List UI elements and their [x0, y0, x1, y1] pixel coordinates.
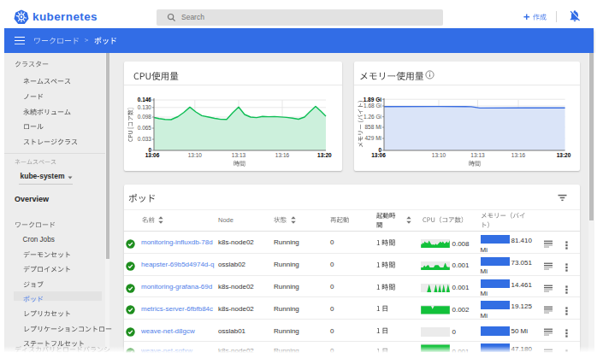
svg-text:0.098: 0.098: [138, 114, 152, 120]
svg-text:13:06: 13:06: [145, 152, 160, 158]
svg-text:1.68 Gi: 1.68 Gi: [364, 103, 381, 109]
svg-text:13:20: 13:20: [557, 152, 571, 158]
svg-text:0.065: 0.065: [138, 125, 152, 131]
svg-text:13:06: 13:06: [371, 152, 386, 158]
svg-text:13:16: 13:16: [275, 152, 290, 158]
svg-text:0.146: 0.146: [138, 97, 152, 103]
svg-text:1.26 Gi: 1.26 Gi: [364, 114, 381, 120]
svg-text:0.130: 0.130: [138, 104, 152, 110]
svg-text:13:13: 13:13: [470, 152, 485, 158]
svg-text:13:10: 13:10: [188, 152, 203, 158]
svg-text:13:16: 13:16: [511, 152, 526, 158]
svg-text:858 Mi: 858 Mi: [364, 124, 381, 130]
svg-text:429 Mi: 429 Mi: [364, 135, 381, 141]
svg-text:13:20: 13:20: [317, 152, 332, 158]
svg-text:13:13: 13:13: [232, 152, 246, 158]
svg-text:13:10: 13:10: [432, 152, 446, 158]
svg-text:0.033: 0.033: [138, 136, 152, 142]
svg-text:1.89 Gi: 1.89 Gi: [364, 97, 382, 103]
